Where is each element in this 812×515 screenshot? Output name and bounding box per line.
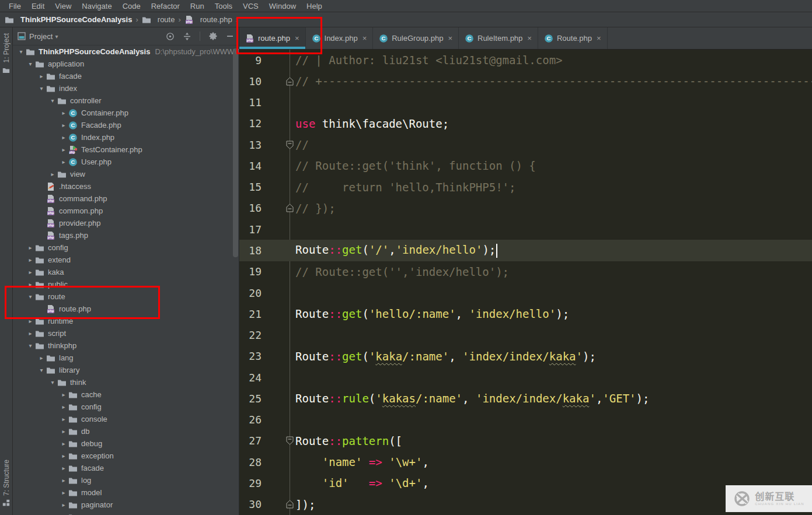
tree-item-script[interactable]: ▸script [13,327,239,339]
code-line-13[interactable]: 13// [239,134,812,155]
tree-item-controller[interactable]: ▾controller [13,94,239,107]
fold-marker-icon[interactable] [284,500,295,509]
chevron-collapsed-icon[interactable]: ▸ [59,465,68,471]
code-line-14[interactable]: 14// Route::get('think', function () { [239,155,812,176]
menu-item-vcs[interactable]: VCS [238,2,264,10]
close-icon[interactable]: × [295,34,299,43]
breadcrumb-item-route[interactable]: route [142,15,175,24]
chevron-collapsed-icon[interactable]: ▸ [59,391,68,398]
project-panel-title[interactable]: Project [29,32,53,41]
tree-item-TestContainer.php[interactable]: ▸phpTestContainer.php [13,143,239,156]
tab-Route.php[interactable]: CRoute.php× [538,27,608,49]
project-scrollbar[interactable] [233,48,238,257]
chevron-expanded-icon[interactable]: ▾ [37,85,46,92]
chevron-collapsed-icon[interactable]: ▸ [37,73,46,79]
tree-item-think[interactable]: ▾think [13,376,239,388]
tree-item-Facade.php[interactable]: ▸CFacade.php [13,119,239,131]
tree-item-facade[interactable]: ▸facade [13,462,239,474]
chevron-collapsed-icon[interactable]: ▸ [59,502,68,508]
chevron-collapsed-icon[interactable]: ▸ [59,440,68,447]
chevron-expanded-icon[interactable]: ▾ [48,379,57,386]
chevron-collapsed-icon[interactable]: ▸ [26,330,35,337]
locate-icon[interactable] [166,32,175,41]
breadcrumb-item-ThinkPHPSourceCodeAnalysis[interactable]: ThinkPHPSourceCodeAnalysis [5,15,132,24]
tree-item-Container.php[interactable]: ▸CContainer.php [13,107,239,119]
tab-Index.php[interactable]: CIndex.php× [306,27,374,49]
chevron-collapsed-icon[interactable]: ▸ [59,404,68,410]
tree-item-library[interactable]: ▾library [13,364,239,376]
chevron-collapsed-icon[interactable]: ▸ [59,477,68,484]
chevron-collapsed-icon[interactable]: ▸ [26,318,35,324]
tree-item-view[interactable]: ▸view [13,168,239,180]
menu-item-run[interactable]: Run [185,2,210,10]
chevron-expanded-icon[interactable]: ▾ [26,293,35,300]
tree-item-partial[interactable]: ▸ [13,511,239,515]
tree-item-cache[interactable]: ▸cache [13,388,239,401]
tree-item-.htaccess[interactable]: .htaccess [13,180,239,192]
tree-item-provider.php[interactable]: phpprovider.php [13,217,239,229]
gear-icon[interactable] [208,31,218,41]
chevron-collapsed-icon[interactable]: ▸ [26,257,35,263]
tab-route.php[interactable]: phproute.php× [239,27,306,49]
code-line-28[interactable]: 28 'name' => '\w+', [239,451,812,472]
menu-item-navigate[interactable]: Navigate [76,2,117,10]
code-line-27[interactable]: 27Route::pattern([ [239,430,812,451]
chevron-collapsed-icon[interactable]: ▸ [59,146,68,153]
code-line-26[interactable]: 26 [239,409,812,430]
chevron-expanded-icon[interactable]: ▾ [16,48,26,55]
code-line-12[interactable]: 12use think\facade\Route; [239,113,812,134]
tab-RuleItem.php[interactable]: CRuleItem.php× [459,27,538,49]
chevron-collapsed-icon[interactable]: ▸ [59,416,68,422]
code-line-23[interactable]: 23Route::get('kaka/:name', 'index/index/… [239,346,812,367]
code-line-24[interactable]: 24 [239,367,812,388]
fold-marker-icon[interactable] [284,204,295,212]
tree-item-log[interactable]: ▸log [13,474,239,486]
chevron-collapsed-icon[interactable]: ▸ [48,171,57,177]
chevron-collapsed-icon[interactable]: ▸ [37,355,46,361]
tree-item-paginator[interactable]: ▸paginator [13,499,239,511]
code-line-15[interactable]: 15// return 'hello,ThinkPHP5!'; [239,177,812,198]
tree-item-thinkphp[interactable]: ▾thinkphp [13,339,239,352]
close-icon[interactable]: × [363,34,367,43]
chevron-expanded-icon[interactable]: ▾ [26,61,35,67]
tree-item-public[interactable]: ▸public [13,278,239,290]
chevron-collapsed-icon[interactable]: ▸ [59,159,68,165]
tree-item-Index.php[interactable]: ▸CIndex.php [13,131,239,143]
tool-window-button-structure[interactable]: 7: Structure [2,460,11,507]
menu-item-help[interactable]: Help [301,2,327,10]
breadcrumb-item-route.php[interactable]: phproute.php [184,15,232,24]
close-icon[interactable]: × [597,34,601,43]
chevron-collapsed-icon[interactable]: ▸ [59,489,68,496]
code-editor[interactable]: 9// | Author: liu21st <liu21st@gmail.com… [239,50,812,515]
tree-item-tags.php[interactable]: phptags.php [13,229,239,241]
code-line-9[interactable]: 9// | Author: liu21st <liu21st@gmail.com… [239,50,812,71]
tree-item-command.php[interactable]: phpcommand.php [13,192,239,205]
tree-item-root[interactable]: ▾ThinkPHPSourceCodeAnalysisD:\phpstudy_p… [13,45,239,58]
tree-item-route.php[interactable]: phproute.php [13,303,239,315]
tree-item-lang[interactable]: ▸lang [13,352,239,364]
code-line-22[interactable]: 22 [239,324,812,345]
tree-item-kaka[interactable]: ▸kaka [13,266,239,278]
chevron-collapsed-icon[interactable]: ▸ [59,122,68,128]
menu-item-file[interactable]: File [4,2,26,10]
code-line-19[interactable]: 19// Route::get('','index/hello'); [239,261,812,282]
tree-item-extend[interactable]: ▸extend [13,254,239,266]
collapse-all-icon[interactable] [183,32,191,41]
tree-item-console[interactable]: ▸console [13,413,239,425]
menu-item-refactor[interactable]: Refactor [146,2,185,10]
chevron-collapsed-icon[interactable]: ▸ [26,269,35,275]
tree-item-facade[interactable]: ▸facade [13,70,239,82]
chevron-expanded-icon[interactable]: ▾ [48,97,57,104]
code-line-17[interactable]: 17 [239,219,812,240]
code-line-21[interactable]: 21Route::get('hello/:name', 'index/hello… [239,303,812,324]
menu-item-code[interactable]: Code [117,2,146,10]
hide-panel-icon[interactable] [226,32,234,40]
chevron-down-icon[interactable]: ▾ [55,33,58,40]
tree-item-User.php[interactable]: ▸CUser.php [13,156,239,168]
tree-item-common.php[interactable]: phpcommon.php [13,205,239,217]
fold-marker-icon[interactable] [284,77,295,86]
code-line-11[interactable]: 11 [239,92,812,113]
tab-RuleGroup.php[interactable]: CRuleGroup.php× [373,27,459,49]
tree-item-exception[interactable]: ▸exception [13,450,239,462]
fold-marker-icon[interactable] [284,436,295,445]
